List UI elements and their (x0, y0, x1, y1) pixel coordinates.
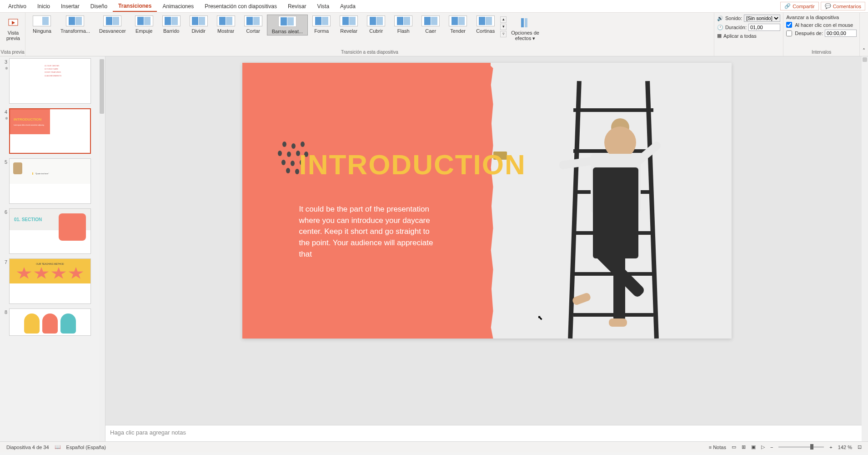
collapse-ribbon-button[interactable]: ˄ (860, 13, 868, 56)
slide-thumbnail-8[interactable] (9, 308, 91, 336)
slideshow-button[interactable]: ▷ (758, 444, 768, 450)
share-button[interactable]: 🔗Compartir (780, 2, 818, 10)
tab-transiciones[interactable]: Transiciones (113, 1, 157, 12)
transition-icon (278, 16, 296, 27)
preview-button[interactable]: Vistaprevia (3, 15, 24, 43)
after-checkbox[interactable] (786, 30, 792, 36)
tab-insertar[interactable]: Insertar (55, 1, 85, 11)
transition-label: Mostrar (217, 28, 234, 34)
transition-icon (312, 15, 331, 26)
gallery-row-down[interactable]: ▾ (500, 24, 507, 30)
transition-barrasaleat[interactable]: Barras aleat... (267, 15, 308, 35)
transition-icon (367, 15, 385, 26)
fit-slide-button[interactable]: ⊡ (855, 444, 864, 450)
tab-revisar[interactable]: Revisar (282, 1, 312, 11)
transition-forma[interactable]: Forma (308, 15, 335, 35)
transition-label: Flash (397, 28, 410, 34)
gallery-row-up[interactable]: ▴ (500, 16, 507, 23)
tab-ayuda[interactable]: Ayuda (335, 1, 361, 11)
group-label-transition: Transición a esta diapositiva (25, 49, 714, 56)
transition-cubrir[interactable]: Cubrir (362, 15, 390, 35)
group-label-preview: Vista previa (0, 49, 25, 56)
zoom-percent[interactable]: 142 % (835, 445, 855, 450)
thumb-number: 4✻ (2, 108, 9, 154)
slide-left-panel (242, 63, 491, 339)
transition-revelar[interactable]: Revelar (335, 15, 362, 35)
slide-title[interactable]: INTRODUCTION (299, 148, 526, 181)
transition-ninguna[interactable]: Ninguna (28, 15, 56, 35)
sound-row: 🔊 Sonido: [Sin sonido] (717, 15, 780, 22)
transition-desvanecer[interactable]: Desvanecer (95, 15, 130, 35)
tab-vista[interactable]: Vista (312, 1, 335, 11)
slide-editor: INTRODUCTION It could be the part of the… (105, 56, 868, 441)
transition-cortar[interactable]: Cortar (240, 15, 267, 35)
slide-thumbnail-6[interactable]: 01. SECTION (9, 208, 91, 254)
slide-thumbnail-3[interactable]: 01 OUR CENTER02 CHILD CARE03 KEY FEATURE… (9, 58, 91, 104)
gallery-more[interactable]: ▿ (500, 31, 507, 37)
transition-tender[interactable]: Tender (444, 15, 472, 35)
on-click-checkbox[interactable] (786, 22, 792, 28)
slide-thumbnail-7[interactable]: OUR TEACHING METHOD (9, 258, 91, 304)
editor-scrollbar[interactable] (862, 56, 868, 425)
slide-thumbnail-4[interactable]: INTRODUCTIONLorem ipsum dolor sit amet c… (9, 108, 91, 154)
transition-barrido[interactable]: Barrido (158, 15, 185, 35)
slide-thumbnail-5[interactable]: "Quote text here" (9, 158, 91, 204)
transition-label: Empuje (135, 28, 152, 34)
slide-counter[interactable]: Diapositiva 4 de 34 (4, 445, 52, 450)
transition-label: Revelar (340, 28, 357, 34)
zoom-slider[interactable] (778, 446, 824, 448)
child-graphic (559, 122, 650, 322)
reading-view-button[interactable]: ▣ (748, 444, 758, 450)
sound-select[interactable]: [Sin sonido] (744, 15, 780, 22)
tab-animaciones[interactable]: Animaciones (157, 1, 199, 11)
tab-archivo[interactable]: Archivo (3, 1, 32, 11)
zoom-in-button[interactable]: + (827, 445, 835, 450)
status-bar: Diapositiva 4 de 34 📖 Español (España) ≡… (0, 441, 868, 452)
transition-icon (66, 15, 84, 26)
effect-options-button[interactable]: Opciones deefectos ▾ (507, 15, 543, 43)
thumbnail-panel[interactable]: 3✻ 01 OUR CENTER02 CHILD CARE03 KEY FEAT… (0, 56, 105, 441)
transition-icon (394, 15, 412, 26)
transition-icon (340, 15, 358, 26)
current-slide[interactable]: INTRODUCTION It could be the part of the… (242, 63, 732, 339)
thumb-number: 3✻ (2, 58, 9, 104)
tab-diseno[interactable]: Diseño (85, 1, 113, 11)
transition-caer[interactable]: Caer (417, 15, 444, 35)
notes-toggle[interactable]: ≡ Notas (706, 445, 729, 450)
group-label-timing: Intervalos (783, 49, 859, 56)
on-click-label: Al hacer clic con el mouse (795, 22, 853, 28)
language-indicator[interactable]: Español (España) (64, 445, 109, 450)
transition-mostrar[interactable]: Mostrar (212, 15, 240, 35)
transition-empuje[interactable]: Empuje (130, 15, 158, 35)
duration-label: Duración: (725, 25, 747, 30)
svg-rect-3 (525, 18, 527, 27)
transition-icon (449, 15, 467, 26)
transition-label: Cortinas (476, 28, 495, 34)
slide-body-text[interactable]: It could be the part of the presentation… (299, 204, 436, 260)
thumbnail-scrollbar[interactable] (99, 56, 105, 441)
after-input[interactable] (825, 30, 857, 37)
transition-label: Tender (450, 28, 466, 34)
transition-cortinas[interactable]: Cortinas (472, 15, 499, 35)
transition-label: Caer (425, 28, 436, 34)
transition-icon (217, 15, 235, 26)
comments-button[interactable]: 💬Comentarios (821, 2, 865, 10)
transition-transforma[interactable]: Transforma... (56, 15, 95, 35)
transition-dividir[interactable]: Dividir (185, 15, 212, 35)
tab-inicio[interactable]: Inicio (32, 1, 55, 11)
slide-canvas[interactable]: INTRODUCTION It could be the part of the… (105, 56, 868, 425)
sorter-view-button[interactable]: ⊞ (739, 444, 748, 450)
duration-input[interactable] (748, 24, 780, 31)
zoom-out-button[interactable]: − (768, 445, 776, 450)
spellcheck-icon[interactable]: 📖 (52, 444, 64, 450)
transition-label: Barrido (163, 28, 179, 34)
notes-pane[interactable]: Haga clic para agregar notas (105, 425, 868, 441)
normal-view-button[interactable]: ▭ (729, 444, 739, 450)
apply-all-button[interactable]: ▦ Aplicar a todas (717, 33, 757, 39)
transition-icon (162, 15, 181, 26)
tab-presentacion[interactable]: Presentación con diapositivas (199, 1, 282, 11)
thumb-number: 5 (2, 158, 9, 204)
transition-flash[interactable]: Flash (390, 15, 417, 35)
apply-all-icon: ▦ (717, 33, 722, 39)
transition-label: Dividir (191, 28, 206, 34)
